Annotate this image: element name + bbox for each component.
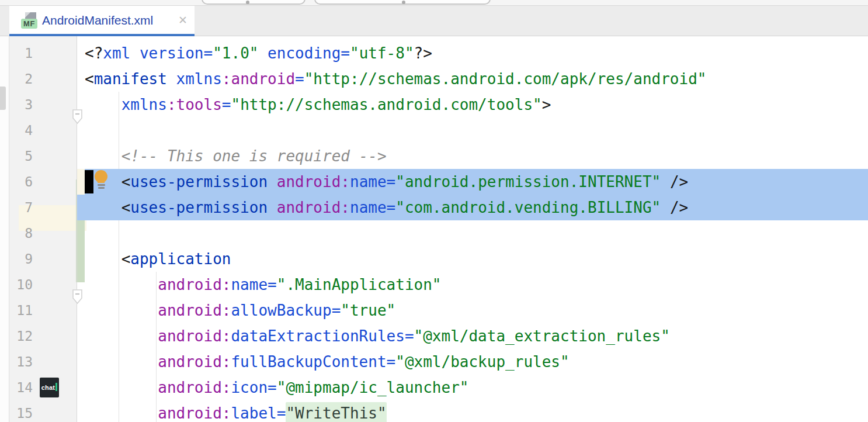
lightbulb-intention-icon[interactable] — [93, 169, 112, 192]
code-line[interactable]: <!-- This one is required --> — [85, 143, 387, 169]
code-token: fullBackupContent — [231, 353, 386, 371]
code-token — [85, 353, 158, 371]
code-token: dataExtractionRules — [231, 327, 404, 345]
current-line-highlight — [77, 169, 85, 195]
line-number[interactable]: 8 — [9, 220, 33, 246]
line-number[interactable]: 10 — [9, 272, 33, 298]
code-token: = — [387, 173, 396, 191]
code-token: <!-- This one is required --> — [121, 147, 387, 165]
code-token: = — [387, 353, 396, 371]
code-line[interactable]: android:icon="@mipmap/ic_launcher" — [85, 375, 468, 400]
code-token: = — [268, 276, 277, 293]
code-token: = — [387, 199, 396, 216]
line-number[interactable]: 14 — [9, 375, 33, 400]
stripe-drag-handle[interactable] — [0, 87, 6, 110]
code-line[interactable]: <uses-permission android:name="android.p… — [85, 169, 688, 195]
code-token: = — [268, 379, 277, 396]
code-token: = — [341, 44, 350, 62]
line-number[interactable]: 12 — [9, 323, 33, 349]
code-token: "http://schemas.android.com/tools" — [231, 96, 541, 113]
line-number[interactable]: 4 — [9, 117, 33, 143]
code-token: :android — [222, 70, 295, 88]
code-token: "http://schemas.android.com/apk/res/andr… — [304, 70, 707, 88]
code-token: > — [542, 96, 551, 113]
code-token: ".MainApplication" — [277, 276, 442, 293]
code-token — [85, 379, 158, 396]
code-token: android: — [158, 327, 231, 345]
line-number[interactable]: 2 — [9, 66, 33, 92]
code-token: android: — [158, 276, 231, 293]
code-token: "utf-8" — [350, 44, 414, 62]
code-token: "@xml/data_extraction_rules" — [414, 327, 670, 345]
code-token: android: — [277, 173, 350, 191]
code-line[interactable]: android:allowBackup="true" — [85, 298, 395, 323]
code-token — [268, 199, 277, 216]
code-line[interactable]: android:name=".MainApplication" — [85, 272, 442, 298]
line-number[interactable]: 13 — [9, 349, 33, 375]
editor-tab-bar: MF AndroidManifest.xml ✕ — [0, 6, 868, 36]
close-icon[interactable]: ✕ — [178, 6, 188, 36]
gutter-border — [77, 36, 77, 422]
code-token: = — [295, 70, 304, 88]
code-line[interactable]: <?xml version="1.0" encoding="utf-8"?> — [85, 40, 432, 66]
code-token: allowBackup — [231, 302, 331, 319]
code-token: < — [121, 173, 131, 191]
fold-collapse-icon[interactable] — [71, 288, 84, 306]
code-token: name — [350, 173, 387, 191]
code-token: "@xml/backup_rules" — [395, 353, 569, 371]
code-token: "android.permission.INTERNET" — [395, 173, 661, 191]
code-token: android: — [277, 199, 350, 216]
code-token: = — [204, 44, 213, 62]
line-number[interactable]: 7 — [9, 195, 33, 220]
code-token — [258, 44, 268, 62]
code-line[interactable]: android:dataExtractionRules="@xml/data_e… — [85, 323, 670, 349]
code-line[interactable]: android:label="WriteThis" — [85, 400, 387, 422]
code-editor[interactable]: <?xml version="1.0" encoding="utf-8"?><m… — [77, 36, 868, 422]
text-caret — [85, 170, 93, 193]
code-token — [268, 173, 277, 191]
code-token: < — [85, 70, 94, 88]
code-token — [167, 70, 176, 88]
code-token: :tools — [167, 96, 222, 113]
line-number[interactable]: 5 — [9, 143, 33, 169]
line-number[interactable]: 6 — [9, 169, 33, 195]
tab-title: AndroidManifest.xml — [42, 6, 153, 36]
code-line[interactable]: <uses-permission android:name="com.andro… — [85, 195, 688, 220]
code-token — [85, 302, 158, 319]
code-token — [85, 250, 121, 268]
code-token — [661, 199, 670, 216]
chat-cursor-badge[interactable]: chat — [40, 378, 59, 397]
tab-androidmanifest[interactable]: MF AndroidManifest.xml ✕ — [9, 6, 195, 36]
code-line[interactable]: android:fullBackupContent="@xml/backup_r… — [85, 349, 570, 375]
code-token: encoding — [268, 44, 341, 62]
line-number[interactable]: 9 — [9, 246, 33, 272]
code-token: android: — [158, 353, 231, 371]
code-token — [85, 327, 158, 345]
line-number[interactable]: 11 — [9, 298, 33, 323]
code-token: application — [130, 250, 231, 268]
code-line[interactable]: <manifest xmlns:android="http://schemas.… — [85, 66, 706, 92]
code-token — [130, 44, 140, 62]
code-token: uses-permission — [130, 199, 268, 216]
code-line[interactable]: xmlns:tools="http://schemas.android.com/… — [85, 92, 551, 117]
line-number[interactable]: 15 — [9, 400, 33, 422]
code-line[interactable]: <application — [85, 246, 231, 272]
line-number[interactable]: 1 — [9, 40, 33, 66]
code-token: /> — [670, 173, 688, 191]
code-token: android: — [158, 302, 231, 319]
code-token: "com.android.vending.BILLING" — [395, 199, 661, 216]
code-token: < — [121, 250, 131, 268]
code-token — [85, 276, 158, 293]
line-number[interactable]: 3 — [9, 92, 33, 117]
code-token: android: — [158, 404, 231, 422]
editor-gutter[interactable]: 123456789101112131415 chat — [9, 36, 77, 422]
code-token: xmlns — [176, 70, 222, 88]
code-token: /> — [670, 199, 688, 216]
toolbar-widget[interactable] — [202, 0, 305, 5]
code-token: name — [231, 276, 268, 293]
manifest-file-icon: MF — [21, 11, 37, 29]
widget-icon-dot — [402, 1, 405, 4]
code-token: <? — [85, 44, 103, 62]
fold-collapse-icon[interactable] — [71, 108, 84, 126]
code-token — [85, 404, 158, 422]
